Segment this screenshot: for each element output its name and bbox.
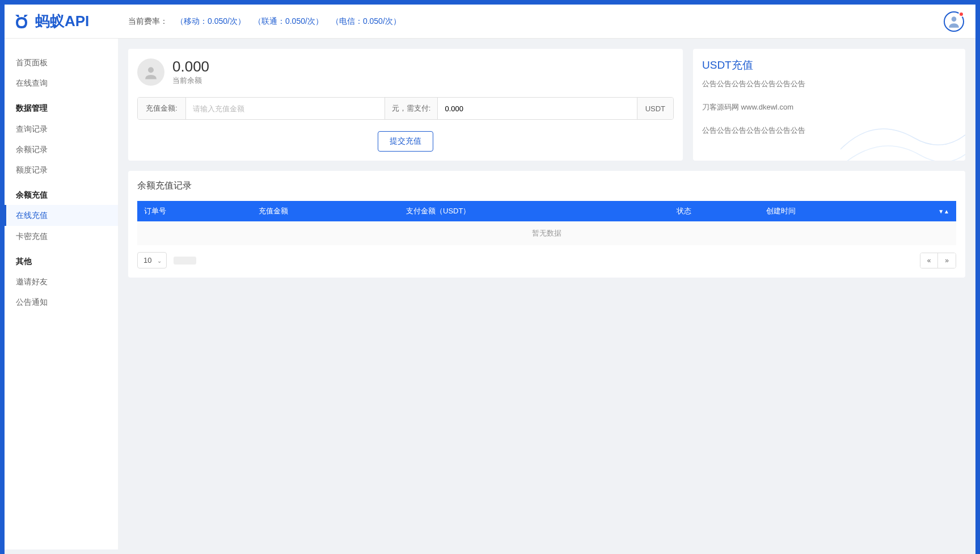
- sidebar-header-other: 其他: [5, 251, 118, 271]
- sidebar-header-data: 数据管理: [5, 98, 118, 118]
- header: 蚂蚁API 当前费率： （移动：0.050/次） （联通：0.050/次） （电…: [5, 5, 975, 39]
- profile-avatar: [137, 58, 164, 86]
- log-card: 余额充值记录 订单号 充值金额 支付金额（USDT） 状态 创建时间 ▼▲: [128, 171, 965, 278]
- empty-row: 暂无数据: [137, 221, 956, 245]
- col-pay-amount[interactable]: 支付金额（USDT）: [399, 201, 670, 221]
- col-order-id[interactable]: 订单号: [137, 201, 252, 221]
- pay-input[interactable]: [438, 98, 636, 119]
- sidebar-item-query-log[interactable]: 查询记录: [5, 119, 118, 139]
- amount-input[interactable]: [186, 98, 385, 119]
- balance-label: 当前余额: [172, 75, 209, 86]
- pagination: 10 ⌄ « »: [137, 252, 956, 268]
- empty-text: 暂无数据: [137, 221, 956, 245]
- amount-label: 充值金额:: [138, 98, 186, 119]
- rate-label: 当前费率：: [128, 16, 168, 27]
- notification-badge: [958, 11, 964, 17]
- sidebar-item-card-recharge[interactable]: 卡密充值: [5, 226, 118, 246]
- sidebar-header-recharge: 余额充值: [5, 184, 118, 205]
- sidebar-item-invite[interactable]: 邀请好友: [5, 271, 118, 292]
- col-recharge-amount[interactable]: 充值金额: [252, 201, 399, 221]
- col-status[interactable]: 状态: [670, 201, 760, 221]
- sidebar: 首页面板 在线查询 数据管理 查询记录 余额记录 额度记录 余额充值 在线充值 …: [5, 39, 118, 549]
- pagination-info: [174, 257, 196, 265]
- sidebar-item-online-query[interactable]: 在线查询: [5, 73, 118, 93]
- balance-amount: 0.000: [172, 58, 209, 75]
- page-next-button[interactable]: »: [938, 253, 956, 268]
- logo: 蚂蚁API: [5, 11, 118, 31]
- recharge-card: 0.000 当前余额 充值金额: 元，需支付: USDT 提交充值: [128, 49, 683, 161]
- logo-text: 蚂蚁API: [35, 11, 89, 31]
- sidebar-item-dashboard[interactable]: 首页面板: [5, 52, 118, 73]
- page-prev-button[interactable]: «: [920, 253, 939, 268]
- svg-point-1: [148, 67, 154, 73]
- header-rates: 当前费率： （移动：0.050/次） （联通：0.050/次） （电信：0.05…: [118, 16, 975, 27]
- pay-suffix: USDT: [637, 98, 673, 119]
- sort-icon: ▼▲: [938, 208, 949, 215]
- svg-point-0: [952, 16, 957, 22]
- user-avatar-button[interactable]: [944, 11, 964, 32]
- recharge-form-row: 充值金额: 元，需支付: USDT: [137, 97, 674, 120]
- log-table: 订单号 充值金额 支付金额（USDT） 状态 创建时间 ▼▲ 暂无数: [137, 201, 956, 245]
- rate-unicom: （联通：0.050/次）: [254, 16, 323, 27]
- unit-label: 元，需支付:: [385, 98, 438, 119]
- decorative-waves: [840, 81, 965, 161]
- rate-mobile: （移动：0.050/次）: [176, 16, 246, 27]
- sidebar-item-announce[interactable]: 公告通知: [5, 292, 118, 312]
- main-content: 0.000 当前余额 充值金额: 元，需支付: USDT 提交充值: [118, 39, 975, 549]
- logo-icon: [12, 14, 31, 30]
- notice-card: USDT充值 公告公告公告公告公告公告公告 刀客源码网 www.dkewl.co…: [693, 49, 965, 161]
- chevron-down-icon: ⌄: [157, 257, 162, 263]
- sidebar-item-quota-log[interactable]: 额度记录: [5, 160, 118, 180]
- col-create-time[interactable]: 创建时间 ▼▲: [759, 201, 956, 221]
- page-size-select[interactable]: 10 ⌄: [137, 252, 167, 268]
- rate-telecom: （电信：0.050/次）: [331, 16, 401, 27]
- submit-recharge-button[interactable]: 提交充值: [378, 131, 433, 152]
- sidebar-item-online-recharge[interactable]: 在线充值: [5, 205, 118, 225]
- notice-title: USDT充值: [702, 58, 956, 73]
- log-title: 余额充值记录: [137, 180, 956, 192]
- sidebar-item-balance-log[interactable]: 余额记录: [5, 139, 118, 160]
